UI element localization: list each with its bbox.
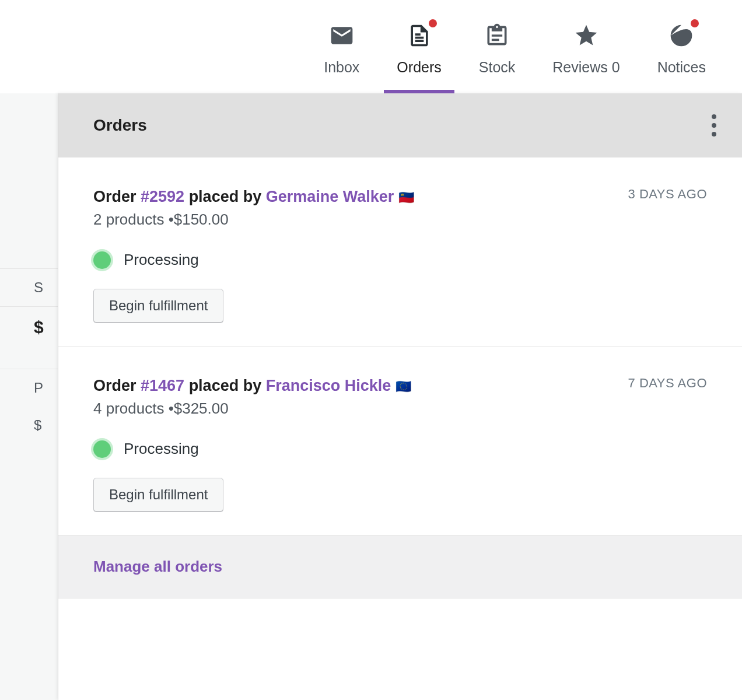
order-status-row: Processing xyxy=(93,251,707,269)
tab-reviews[interactable]: Reviews 0 xyxy=(534,0,638,93)
notification-dot-icon xyxy=(691,19,699,27)
flag-icon: 🇪🇺 xyxy=(396,379,411,394)
tab-inbox[interactable]: Inbox xyxy=(305,0,378,93)
begin-fulfillment-button[interactable]: Begin fulfillment xyxy=(93,289,223,323)
panel-title: Orders xyxy=(93,116,147,135)
tab-label: Stock xyxy=(479,59,516,76)
order-prefix: Order xyxy=(93,377,141,394)
manage-all-orders-link[interactable]: Manage all orders xyxy=(93,558,222,575)
order-prefix: Order xyxy=(93,188,141,205)
star-icon xyxy=(573,23,599,51)
bg-label: P xyxy=(0,369,58,407)
order-header-row: Order #1467 placed by Francisco Hickle 🇪… xyxy=(93,376,707,418)
top-tabs: Inbox Orders Stock Reviews 0 Notices xyxy=(0,0,742,93)
wordpress-icon xyxy=(668,23,694,51)
order-status-row: Processing xyxy=(93,440,707,458)
tab-orders[interactable]: Orders xyxy=(378,0,460,93)
status-dot-icon xyxy=(93,251,111,269)
bg-value: $ xyxy=(0,306,58,348)
lower-area: S $ P $ Orders Order #2592 placed by Ger… xyxy=(0,93,742,700)
panel-header: Orders xyxy=(58,93,742,158)
tab-label: Inbox xyxy=(324,59,359,76)
background-panel-sliver: S $ P $ xyxy=(0,93,58,700)
order-customer-link[interactable]: Germaine Walker xyxy=(266,188,394,205)
page-icon xyxy=(407,23,432,51)
bg-label: S xyxy=(0,268,58,306)
tab-label: Orders xyxy=(397,59,441,76)
order-customer-link[interactable]: Francisco Hickle xyxy=(266,377,391,394)
clipboard-icon xyxy=(484,23,510,51)
order-summary: 4 products •$325.00 xyxy=(93,400,411,418)
order-header-row: Order #2592 placed by Germaine Walker 🇱🇮… xyxy=(93,187,707,229)
order-timestamp: 7 DAYS AGO xyxy=(628,376,707,391)
order-title: Order #1467 placed by Francisco Hickle 🇪… xyxy=(93,376,411,396)
orders-panel: Orders Order #2592 placed by Germaine Wa… xyxy=(58,93,742,700)
tab-label: Reviews 0 xyxy=(552,59,620,76)
order-number-link[interactable]: #1467 xyxy=(141,377,184,394)
order-status: Processing xyxy=(124,440,199,458)
order-middle: placed by xyxy=(184,188,266,205)
notification-dot-icon xyxy=(429,19,437,27)
order-summary: 2 products •$150.00 xyxy=(93,211,414,229)
order-card: Order #1467 placed by Francisco Hickle 🇪… xyxy=(58,346,742,536)
order-card: Order #2592 placed by Germaine Walker 🇱🇮… xyxy=(58,158,742,346)
order-status: Processing xyxy=(124,251,199,269)
tab-stock[interactable]: Stock xyxy=(460,0,534,93)
panel-footer: Manage all orders xyxy=(58,536,742,598)
flag-icon: 🇱🇮 xyxy=(398,190,414,205)
more-options-icon[interactable] xyxy=(706,108,722,142)
envelope-icon xyxy=(329,23,355,51)
status-dot-icon xyxy=(93,440,111,458)
bg-value: $ xyxy=(0,407,58,444)
order-timestamp: 3 DAYS AGO xyxy=(628,187,707,202)
order-title: Order #2592 placed by Germaine Walker 🇱🇮 xyxy=(93,187,414,207)
tab-label: Notices xyxy=(657,59,706,76)
tab-notices[interactable]: Notices xyxy=(639,0,724,93)
order-number-link[interactable]: #2592 xyxy=(141,188,184,205)
order-middle: placed by xyxy=(184,377,266,394)
begin-fulfillment-button[interactable]: Begin fulfillment xyxy=(93,478,223,512)
